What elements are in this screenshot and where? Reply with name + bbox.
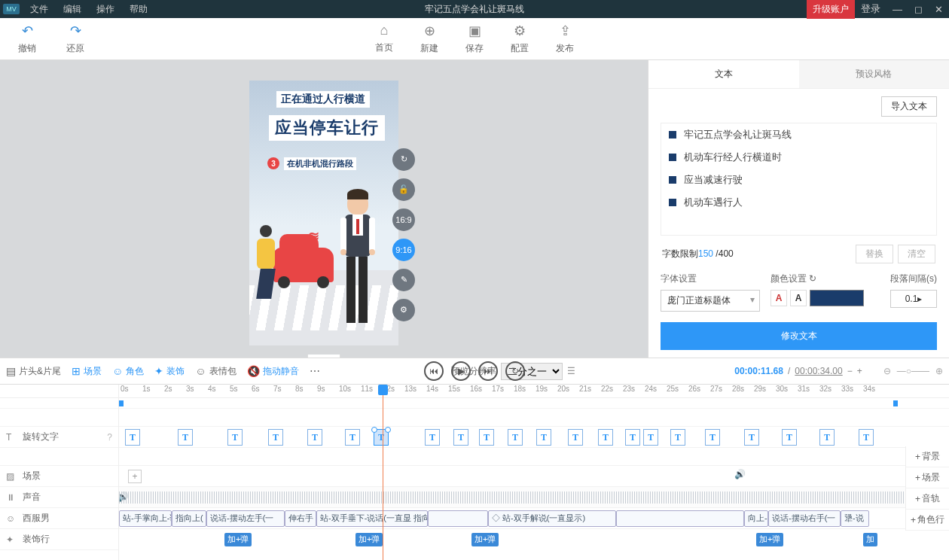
character-track-row[interactable]: 站-手掌向上-说话(一直显指向上(说话-摆动左手(一伸右手站-双手垂下-说话(一… — [119, 508, 949, 529]
track-audio[interactable]: ⏸声音 — [0, 487, 118, 508]
text-clip[interactable]: T — [125, 429, 140, 446]
text-clip[interactable]: T — [508, 429, 523, 446]
ratio-9-16-button[interactable]: 9:16 — [392, 239, 415, 261]
zoom-in-button[interactable]: ⊕ — [935, 366, 943, 376]
track-scene[interactable]: ▨场景 — [0, 466, 118, 487]
character-clip[interactable] — [428, 510, 488, 527]
minimize-button[interactable]: — — [886, 4, 908, 15]
character-clip[interactable]: 说话-摆动右手(一 — [768, 510, 841, 527]
role-button[interactable]: ☺角色 — [112, 365, 144, 378]
close-button[interactable]: ✕ — [929, 4, 949, 15]
publish-button[interactable]: ⇪发布 — [556, 23, 574, 55]
gap-spinner[interactable]: 0.1 ▸ — [890, 290, 937, 308]
text-list[interactable]: 牢记五点学会礼让斑马线 机动车行经人行横道时 应当减速行驶 机动车遇行人 — [661, 123, 937, 236]
text-list-item[interactable]: 机动车行经人行横道时 — [661, 146, 936, 169]
text-clip[interactable]: T — [782, 429, 797, 446]
config-button[interactable]: ⚙配置 — [511, 23, 529, 55]
text-color-button[interactable]: A — [770, 290, 787, 306]
text-clip[interactable]: T — [625, 429, 640, 446]
color-swatch[interactable] — [810, 290, 864, 306]
preview-canvas[interactable]: 正在通过人行横道 应当停车让行 3 在机非机混行路段 ≋ — [249, 81, 398, 345]
outline-color-button[interactable]: A — [790, 290, 807, 306]
text-clip[interactable]: T — [479, 429, 494, 446]
lock-button[interactable]: 🔓 — [392, 178, 415, 201]
import-text-button[interactable]: 导入文本 — [881, 96, 937, 117]
character-clip[interactable]: 向上-说 — [744, 510, 768, 527]
menu-file[interactable]: 文件 — [23, 3, 56, 16]
character-clip[interactable]: 伸右手 — [285, 510, 316, 527]
redo-button[interactable]: ↷还原 — [66, 23, 84, 55]
modify-text-button[interactable]: 修改文本 — [661, 322, 937, 350]
home-button[interactable]: ⌂首页 — [375, 23, 393, 55]
text-list-item[interactable]: 机动车遇行人 — [661, 191, 936, 214]
replace-button[interactable]: 替换 — [856, 245, 893, 263]
emoji-button[interactable]: ☺表情包 — [195, 365, 236, 378]
character-clip[interactable]: 站-手掌向上-说话(一直显 — [119, 510, 172, 527]
marker[interactable] — [893, 400, 898, 406]
drag-mute-button[interactable]: 🔇拖动静音 — [247, 365, 299, 378]
deco-track-row[interactable]: 加+弹加+弹加+弹加+弹加 — [119, 529, 949, 550]
loop-button[interactable]: ↻ — [505, 361, 525, 381]
add-scene-button[interactable]: + 场景 — [906, 467, 949, 488]
marker[interactable] — [119, 400, 124, 406]
text-clip[interactable]: T — [643, 429, 658, 446]
new-button[interactable]: ⊕新建 — [420, 23, 438, 55]
edit-button[interactable]: ✎ — [392, 269, 415, 291]
text-clip[interactable]: T — [670, 429, 685, 446]
deco-clip[interactable]: 加+弹 — [471, 533, 499, 546]
scene-track-row[interactable]: + — [119, 466, 949, 487]
menu-help[interactable]: 帮助 — [122, 3, 155, 16]
deco-clip[interactable]: 加+弹 — [224, 533, 252, 546]
time-minus[interactable]: − — [847, 366, 853, 376]
refresh-icon[interactable]: ↻ — [809, 273, 816, 284]
add-audio-button[interactable]: + 音轨 — [906, 488, 949, 510]
more-button[interactable]: ⋯ — [310, 365, 320, 377]
help-icon[interactable]: ? — [107, 432, 112, 443]
clear-button[interactable]: 清空 — [898, 245, 935, 263]
add-scene-clip[interactable]: + — [128, 470, 142, 483]
add-bg-button[interactable]: + 背景 — [906, 446, 949, 467]
text-clip[interactable]: T — [859, 429, 874, 446]
font-select[interactable]: 庞门正道标题体 — [661, 290, 760, 312]
refresh-button[interactable]: ↻ — [392, 148, 415, 171]
text-list-item[interactable]: 应当减速行驶 — [661, 169, 936, 191]
deco-clip[interactable]: 加+弹 — [756, 533, 783, 546]
total-time[interactable]: 00:00:34.00 — [795, 366, 842, 376]
undo-button[interactable]: ↶撤销 — [18, 23, 36, 55]
add-role-button[interactable]: + 角色行 — [906, 510, 949, 531]
character-clip[interactable]: 犟-说 — [841, 510, 869, 527]
character-clip[interactable] — [616, 510, 744, 527]
track-character[interactable]: ☺西服男 — [0, 508, 118, 529]
text-clip[interactable]: T — [744, 429, 759, 446]
text-clip[interactable]: T — [178, 429, 193, 446]
menu-edit[interactable]: 编辑 — [56, 3, 89, 16]
audio-track-row[interactable]: 🔊 🔊 — [119, 487, 949, 508]
settings-button[interactable]: ⚙ — [392, 299, 415, 321]
text-list-item[interactable]: 牢记五点学会礼让斑马线 — [661, 123, 936, 146]
text-clip[interactable]: T — [819, 429, 835, 446]
time-ruler[interactable]: 0s1s2s3s4s5s6s7s8s9s10s11s12s13s14s15s16… — [119, 385, 949, 398]
text-clip[interactable]: T — [568, 429, 583, 446]
text-clip[interactable]: T — [307, 429, 322, 446]
time-plus[interactable]: + — [857, 366, 862, 376]
deco-clip[interactable]: 加+弹 — [355, 533, 383, 546]
text-clip[interactable]: T — [598, 429, 613, 446]
text-clip[interactable]: T — [425, 429, 440, 446]
deco-button[interactable]: ✦装饰 — [154, 365, 185, 378]
upgrade-button[interactable]: 升级账户 — [807, 0, 855, 19]
timeline-body[interactable]: 0s1s2s3s4s5s6s7s8s9s10s11s12s13s14s15s16… — [119, 385, 949, 560]
track-spin-text[interactable]: T旋转文字? — [0, 427, 118, 448]
prev-button[interactable]: ⏮ — [424, 361, 444, 381]
text-clip[interactable]: T — [268, 429, 283, 446]
save-button[interactable]: ▣保存 — [465, 23, 484, 55]
character-clip[interactable]: 站-双手垂下-说话(一直显 指向上( — [316, 510, 428, 527]
playhead[interactable] — [383, 385, 383, 560]
menu-action[interactable]: 操作 — [89, 3, 122, 16]
zoom-out-button[interactable]: ⊖ — [883, 366, 891, 376]
zoom-slider[interactable]: —○—— — [897, 366, 929, 376]
intro-outro-button[interactable]: ▤片头&片尾 — [6, 365, 61, 378]
character-clip[interactable]: ◇ 站-双手解说(一直显示) — [488, 510, 616, 527]
character-clip[interactable]: 指向上( — [172, 510, 206, 527]
layers-icon[interactable]: ☰ — [567, 366, 575, 376]
maximize-button[interactable]: ◻ — [908, 4, 929, 15]
